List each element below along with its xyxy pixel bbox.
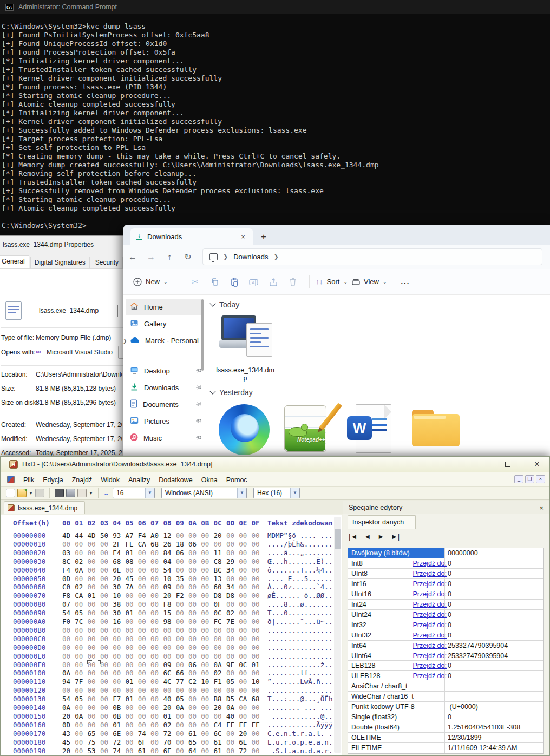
base-combo[interactable]: Hex (16) ▼ bbox=[253, 488, 300, 498]
hex-byte[interactable]: 01 bbox=[88, 591, 100, 600]
hex-byte[interactable]: 00 bbox=[226, 540, 239, 548]
hex-byte[interactable]: 00 bbox=[100, 575, 113, 583]
hex-byte[interactable]: 00 bbox=[150, 566, 163, 574]
hex-byte[interactable]: C4 bbox=[214, 721, 226, 729]
hex-byte[interactable]: 00 bbox=[150, 695, 163, 703]
hex-byte[interactable]: 00 bbox=[75, 549, 87, 557]
hex-byte[interactable]: FE bbox=[126, 540, 138, 548]
hex-byte[interactable]: 9E bbox=[226, 661, 239, 669]
hex-byte[interactable]: 00 bbox=[252, 575, 264, 583]
hex-byte[interactable]: A0 bbox=[150, 531, 163, 540]
hex-byte[interactable]: 00 bbox=[226, 669, 239, 677]
hex-byte[interactable]: 00 bbox=[75, 747, 87, 755]
hex-byte[interactable]: 00 bbox=[163, 652, 175, 660]
hex-byte[interactable]: 0F bbox=[214, 600, 226, 608]
hex-byte[interactable]: 00 bbox=[252, 600, 264, 608]
hex-byte[interactable]: 00 bbox=[176, 652, 188, 660]
hex-byte[interactable]: 08 bbox=[126, 557, 138, 566]
export-dropdown-icon[interactable]: ▾ bbox=[90, 491, 92, 496]
new-button[interactable]: New ⌄ bbox=[133, 278, 168, 286]
hex-byte[interactable]: 00 bbox=[138, 643, 150, 652]
cmd-titlebar[interactable]: C:\ Administrator: Command Prompt bbox=[0, 0, 550, 14]
hex-byte[interactable]: 00 bbox=[126, 661, 138, 669]
hex-byte[interactable]: 00 bbox=[188, 575, 201, 583]
close-button[interactable]: × bbox=[525, 459, 549, 469]
hex-byte[interactable]: 00 bbox=[150, 626, 163, 634]
hex-byte[interactable]: CA bbox=[75, 591, 87, 600]
hex-byte[interactable]: 01 bbox=[113, 721, 125, 729]
hex-byte[interactable]: 6E bbox=[239, 738, 251, 746]
hex-byte[interactable]: 00 bbox=[62, 635, 75, 643]
hex-byte[interactable]: 00 bbox=[150, 704, 163, 712]
hex-byte[interactable]: 00 bbox=[201, 695, 213, 703]
hex-byte[interactable]: 00 bbox=[100, 669, 113, 677]
hex-byte[interactable]: 00 bbox=[214, 643, 226, 652]
hex-byte[interactable]: B8 bbox=[214, 695, 226, 703]
hex-byte[interactable]: 0A bbox=[62, 669, 75, 677]
hex-byte[interactable]: 00 bbox=[201, 729, 213, 738]
hex-byte[interactable]: D5 bbox=[226, 695, 239, 703]
hex-byte[interactable]: 61 bbox=[188, 729, 201, 738]
hex-byte[interactable]: 00 bbox=[62, 652, 75, 660]
hex-byte[interactable]: 74 bbox=[138, 729, 150, 738]
hex-byte[interactable]: 00 bbox=[126, 712, 138, 720]
hex-byte[interactable]: 05 bbox=[176, 695, 188, 703]
up-button[interactable]: ↑ bbox=[160, 252, 179, 262]
hex-byte[interactable]: 00 bbox=[88, 549, 100, 557]
hex-byte[interactable]: 00 bbox=[239, 575, 251, 583]
hex-byte[interactable]: 00 bbox=[188, 643, 201, 652]
more-options-button[interactable]: ... bbox=[401, 278, 410, 286]
hex-byte[interactable]: 77 bbox=[176, 678, 188, 686]
hex-byte[interactable]: 00 bbox=[163, 635, 175, 643]
hex-byte[interactable]: 00 bbox=[88, 704, 100, 712]
combo-arrow-icon[interactable]: ▼ bbox=[237, 488, 246, 498]
hex-byte[interactable]: 00 bbox=[252, 540, 264, 548]
hex-byte[interactable]: 00 bbox=[88, 609, 100, 617]
hex-byte[interactable]: 0A bbox=[62, 704, 75, 712]
this-pc-icon[interactable] bbox=[209, 253, 218, 260]
hex-byte[interactable]: 20 bbox=[163, 704, 175, 712]
inspector-row-dw-jkowy-8-bit-w-[interactable]: Dwójkowy (8 bitów)00000000 bbox=[348, 548, 543, 558]
hex-byte[interactable]: 0C bbox=[214, 609, 226, 617]
hex-byte[interactable]: 00 bbox=[188, 557, 201, 566]
hex-byte[interactable]: 00 bbox=[188, 652, 201, 660]
sidebar-item-marek-personal[interactable]: ❯Marek - Personal bbox=[123, 332, 205, 349]
hex-byte[interactable]: 15 bbox=[163, 609, 175, 617]
hex-byte[interactable]: 00 bbox=[176, 747, 188, 755]
hex-byte[interactable]: 34 bbox=[226, 566, 239, 574]
hex-byte[interactable]: 00 bbox=[138, 617, 150, 626]
new-file-button[interactable] bbox=[6, 489, 15, 497]
hex-byte[interactable]: 00 bbox=[214, 540, 226, 548]
hex-byte[interactable]: 00 bbox=[252, 738, 264, 746]
hex-byte[interactable]: 00 bbox=[75, 600, 87, 608]
inspector-row-leb128[interactable]: LEB128Przejdź do:0 bbox=[348, 661, 543, 671]
hex-byte[interactable]: 45 bbox=[126, 575, 138, 583]
hex-byte[interactable]: 00 bbox=[88, 575, 100, 583]
hex-byte[interactable]: 00 bbox=[150, 609, 163, 617]
hex-byte[interactable]: 00 bbox=[100, 678, 113, 686]
menu-widok[interactable]: Widok bbox=[96, 474, 124, 486]
hex-byte[interactable]: 40 bbox=[163, 695, 175, 703]
hex-byte[interactable]: 00 bbox=[75, 575, 87, 583]
hex-byte[interactable]: 72 bbox=[239, 747, 251, 755]
inspector-row-int64[interactable]: Int64Przejdź do:2533274790395904 bbox=[348, 641, 543, 651]
hex-byte[interactable]: F8 bbox=[163, 600, 175, 608]
hex-byte[interactable]: 20 bbox=[214, 531, 226, 540]
hex-byte[interactable]: 00 bbox=[126, 643, 138, 652]
inspector-row-filetime[interactable]: FILETIME1/11/1609 12:44:39 AM bbox=[348, 743, 543, 753]
hex-byte[interactable]: F0 bbox=[62, 617, 75, 626]
breadcrumb-downloads[interactable]: Downloads bbox=[233, 253, 268, 261]
hex-byte[interactable]: 00 bbox=[75, 704, 87, 712]
hex-byte[interactable]: FF bbox=[239, 721, 251, 729]
hex-byte[interactable]: 00 bbox=[138, 626, 150, 634]
hex-byte[interactable]: 00 bbox=[201, 738, 213, 746]
tab-digital-signatures[interactable]: Digital Signatures bbox=[30, 257, 90, 268]
hex-byte[interactable]: 02 bbox=[163, 721, 175, 729]
hex-byte[interactable]: 00 bbox=[188, 635, 201, 643]
hex-byte[interactable]: 06 bbox=[188, 661, 201, 669]
hex-byte[interactable]: 00 bbox=[126, 652, 138, 660]
hex-byte[interactable]: 00 bbox=[138, 678, 150, 686]
hex-byte[interactable]: 10 bbox=[201, 678, 213, 686]
hex-byte[interactable]: 00 bbox=[239, 686, 251, 694]
hex-byte[interactable]: 00 bbox=[239, 712, 251, 720]
